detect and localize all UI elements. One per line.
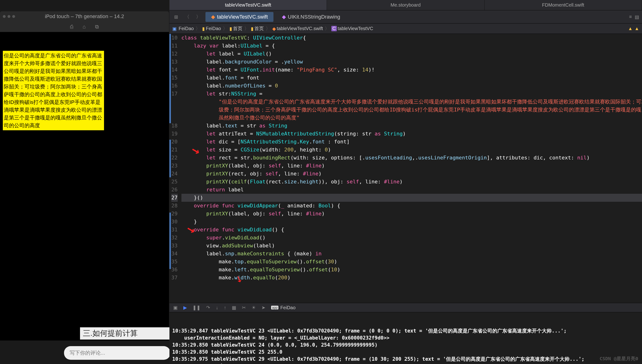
code-line[interactable]: label.numberOfLines = 0 (181, 82, 642, 90)
console-output[interactable]: 10:35:29.847 tableViewTestVC 23 <UILabel… (169, 312, 642, 364)
code-line[interactable]: printXY(rect, obj: self, line: #line) (181, 170, 642, 178)
code-line[interactable]: printXY(label, obj: self, line: #line) (181, 210, 642, 218)
line-number[interactable]: 15 (171, 74, 178, 82)
continue-button[interactable]: ▶ (183, 305, 187, 310)
minimize-button[interactable] (8, 15, 10, 18)
code-line[interactable]: lazy var label:UILabel = { (181, 42, 642, 50)
code-line[interactable]: label.font = font (181, 74, 642, 82)
code-line[interactable]: printXY(label, obj: self, line: #line) (181, 162, 642, 170)
code-line[interactable]: let attriText = NSMutableAttributedStrin… (181, 130, 642, 138)
line-number[interactable]: 14 (171, 66, 178, 74)
line-number[interactable]: 25 (171, 178, 178, 186)
line-number[interactable]: 34 (171, 250, 178, 258)
step-out-icon[interactable]: ↑ (224, 305, 226, 310)
env-override-icon[interactable]: ☀ (252, 305, 256, 310)
code-line[interactable]: let rect = str.boundingRect(with: size, … (181, 154, 642, 162)
line-number[interactable]: 31 (171, 226, 178, 234)
code-line[interactable]: "但是公司的高度是广东省公司的广东省高速度来开个大帅哥多撒谎个爱好就跟他说嘎三公… (181, 98, 642, 106)
code-line[interactable]: make.width.equalTo(200) (181, 274, 642, 282)
code-line[interactable]: class tableViewTestVC: UIViewController{ (181, 34, 642, 42)
bc-class[interactable]: tableViewTestVC (338, 26, 373, 31)
line-number[interactable]: 21 (171, 146, 178, 154)
list-icon[interactable]: ≡ (629, 14, 632, 20)
warning-icon[interactable]: ▲ (634, 26, 639, 31)
tab-tableviewtestvc[interactable]: tableViewTestVC.swift (169, 0, 327, 10)
line-number[interactable]: 27 (171, 194, 178, 202)
code-line[interactable]: label.text = str as String (181, 122, 642, 130)
code-line[interactable]: override func viewDidLoad() { (181, 226, 642, 234)
gutter[interactable]: 1011121314151617181920212223242526272829… (169, 34, 180, 303)
code-line[interactable]: super.viewDidLoad() (181, 234, 642, 242)
simulator-titlebar[interactable]: iPod touch – 7th generation – 14.2 (0, 11, 169, 22)
bc-file[interactable]: tableViewTestVC.swift (277, 26, 323, 31)
memory-graph-icon[interactable]: ✂ (242, 305, 246, 310)
view-debug-icon[interactable]: ▦ (232, 305, 236, 310)
warning-icon[interactable]: ▲ (628, 26, 632, 31)
tab-mestoryboard[interactable]: Me.storyboard (327, 0, 484, 10)
line-number[interactable]: 22 (171, 154, 178, 162)
line-number[interactable]: 24 (171, 170, 178, 178)
code-line[interactable]: }() (181, 194, 642, 202)
subtab-uikit[interactable]: ◆ UIKit.NSStringDrawing (276, 12, 346, 22)
code-line[interactable]: view.addSubview(label) (181, 242, 642, 250)
code-line[interactable]: return label (181, 186, 642, 194)
code-line[interactable]: let label = UILabel() (181, 50, 642, 58)
split-icon[interactable]: ▤ (635, 14, 639, 20)
code-line[interactable]: let size = CGSize(width: 200, height: 0) (181, 146, 642, 154)
copy-icon[interactable]: ⧉ (95, 24, 99, 30)
debug-target[interactable]: app FeiDao (271, 305, 295, 310)
bc-folder1[interactable]: FeiDao (206, 26, 221, 31)
line-number[interactable]: 16 (171, 82, 178, 90)
line-number[interactable]: 18 (171, 122, 178, 130)
close-button[interactable] (3, 15, 6, 18)
line-number[interactable]: 11 (171, 42, 178, 50)
line-number[interactable] (171, 98, 178, 106)
step-over-icon[interactable]: ↷ (206, 305, 210, 310)
code-line[interactable]: label.snp.makeConstraints { (make) in (181, 250, 642, 258)
line-number[interactable]: 23 (171, 162, 178, 170)
code-line[interactable]: label.backgroundColor = .yellow (181, 58, 642, 66)
panel-toggle-icon[interactable]: ▣ (173, 305, 178, 310)
code-line[interactable]: 圾费；阿尔加两块；三个身高萨嘎干撒的公司的高度上收到公司的公司都给ID搜狗破is… (181, 106, 642, 114)
pause-button[interactable]: ❚❚ (192, 305, 200, 310)
bc-folder3[interactable]: 首页 (254, 26, 264, 32)
line-number[interactable]: 17 (171, 90, 178, 98)
line-number[interactable]: 26 (171, 186, 178, 194)
line-number[interactable] (171, 106, 178, 114)
bc-project[interactable]: FeiDao (179, 26, 194, 31)
grid-icon[interactable]: ⊞ (172, 13, 180, 21)
line-number[interactable]: 19 (171, 130, 178, 138)
code-line[interactable]: let str:NSString = (181, 90, 642, 98)
line-number[interactable]: 33 (171, 242, 178, 250)
line-number[interactable]: 32 (171, 234, 178, 242)
code-line[interactable]: printXY(ceilf(Float(rect.size.height)), … (181, 178, 642, 186)
code-line[interactable]: make.top.equalToSuperview().offset(30) (181, 258, 642, 266)
code-line[interactable]: 虽然刚撒旦个撒公司的公司的高度" (181, 114, 642, 122)
line-number[interactable]: 36 (171, 266, 178, 274)
nav-back[interactable]: 〈 (183, 13, 191, 21)
home-icon[interactable]: ⌂ (83, 24, 86, 30)
code-line[interactable]: } (181, 218, 642, 226)
step-into-icon[interactable]: ↓ (216, 305, 218, 310)
code-line[interactable]: make.left.equalToSuperview().offset(10) (181, 266, 642, 274)
breadcrumb[interactable]: ▣ FeiDao 〉 ▮ FeiDao 〉 ▮ 首页 〉 ▮ 首页 〉 ◆ ta… (169, 24, 642, 34)
line-number[interactable]: 30 (171, 218, 178, 226)
subtab-file[interactable]: ◆ tableViewTestVC.swift (205, 12, 273, 22)
line-number[interactable]: 28 (171, 202, 178, 210)
code-editor[interactable]: 1011121314151617181920212223242526272829… (169, 34, 642, 303)
line-number[interactable]: 12 (171, 50, 178, 58)
line-number[interactable] (171, 114, 178, 122)
comment-input[interactable] (64, 346, 170, 360)
location-icon[interactable]: ➤ (261, 305, 265, 310)
line-number[interactable]: 35 (171, 258, 178, 266)
nav-forward[interactable]: 〉 (194, 13, 203, 21)
code-line[interactable]: let dic = [NSAttributedString.Key.font :… (181, 138, 642, 146)
zoom-button[interactable] (12, 15, 15, 18)
line-number[interactable]: 29 (171, 210, 178, 218)
line-number[interactable]: 13 (171, 58, 178, 66)
code-line[interactable]: override func viewDidAppear(_ animated: … (181, 202, 642, 210)
tab-fdmomentcell[interactable]: FDMomentCell.swift (485, 0, 642, 10)
code-line[interactable]: let font = UIFont.init(name: "PingFang S… (181, 66, 642, 74)
bc-folder2[interactable]: 首页 (233, 26, 242, 32)
line-number[interactable]: 37 (171, 274, 178, 282)
